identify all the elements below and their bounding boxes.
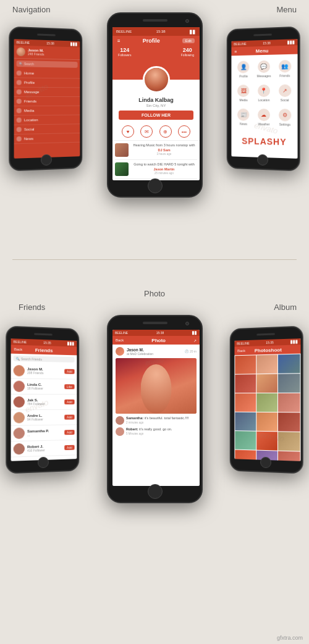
friend-add-btn-3[interactable]: Add xyxy=(64,399,74,404)
album-thumb-3[interactable] xyxy=(278,354,300,374)
nav-item-message[interactable]: Message xyxy=(14,88,80,97)
feed-content-1: Hearing Music from 3 hours nonstop with … xyxy=(131,143,197,156)
menu-item-profile[interactable]: 👤 Profile xyxy=(234,57,253,81)
profile-hamburger-icon: ≡ xyxy=(117,38,121,44)
feed-thumb-1 xyxy=(115,143,129,157)
phone-album-home-btn[interactable] xyxy=(260,457,271,469)
phone-profile-home-btn[interactable] xyxy=(148,178,163,193)
menu-item-media-label: Media xyxy=(239,98,247,102)
menu-item-settings[interactable]: ⚙ Settings xyxy=(274,106,295,130)
profile-time: 15:38 xyxy=(156,30,166,33)
friend-add-btn-5[interactable]: Add xyxy=(64,430,74,435)
friends-back-button[interactable]: Back xyxy=(14,348,23,351)
messages-menu-icon: 💬 xyxy=(258,61,270,73)
album-thumb-2[interactable] xyxy=(256,355,277,374)
clock-icon: 🕐 xyxy=(185,349,188,353)
album-thumb-6[interactable] xyxy=(278,374,300,393)
nav-item-media-label: Media xyxy=(24,109,35,112)
photo-user-row: Jason M. at MoD Celebration 🕐 20 m xyxy=(112,345,200,358)
message-button[interactable]: ✉ xyxy=(140,125,153,138)
phone-friends-home-btn[interactable] xyxy=(38,457,49,469)
web-button[interactable]: ⊕ xyxy=(159,125,172,138)
friend-item-4[interactable]: Andre L. 94 Follower Add xyxy=(11,410,77,426)
comment-text-1: Samantha: it's beautiful. total fantasti… xyxy=(126,416,189,421)
album-thumb-12[interactable] xyxy=(278,412,300,432)
profile-edit-button[interactable]: Edit xyxy=(182,38,195,43)
phone-nav-home-btn[interactable] xyxy=(41,154,52,166)
friends-time: 15:35 xyxy=(43,341,51,345)
nav-item-media[interactable]: Media xyxy=(14,106,80,116)
album-thumb-8[interactable] xyxy=(256,393,277,412)
profile-name: Linda Kalbag xyxy=(112,97,200,103)
phone-photo-home-btn[interactable] xyxy=(148,484,163,499)
album-thumb-10[interactable] xyxy=(235,412,256,431)
phone-menu-speaker xyxy=(253,33,272,36)
photo-phone: BEELINE 15:38 ▊▊ Back Photo ↗ Jason M. a… xyxy=(107,315,203,503)
nav-item-news[interactable]: News xyxy=(14,133,80,144)
phone-profile-speaker xyxy=(143,19,167,22)
album-thumb-1[interactable] xyxy=(235,355,256,374)
friends-screen: BEELINE 15:35 ▊▊▊ Back Friends 🔍 Search … xyxy=(11,338,77,461)
album-thumb-5[interactable] xyxy=(256,374,277,393)
menu-carrier: BEELINE xyxy=(234,42,246,46)
comment-avatar-2 xyxy=(116,427,124,436)
menu-item-media[interactable]: 🖼 Media xyxy=(234,82,253,105)
menu-item-friends-label: Friends xyxy=(279,73,290,77)
friend-info-1: Jason M. 208 Friends xyxy=(27,367,64,375)
friends-phone: BEELINE 15:35 ▊▊▊ Back Friends 🔍 Search … xyxy=(6,325,79,474)
friend-add-btn-2[interactable]: Like xyxy=(64,384,75,389)
like-button[interactable]: ♥ xyxy=(122,125,134,138)
phone-menu-home-btn[interactable] xyxy=(257,154,268,166)
menu-item-friends[interactable]: 👥 Friends xyxy=(274,57,295,81)
more-button[interactable]: ••• xyxy=(178,125,190,138)
album-thumb-4[interactable] xyxy=(235,374,256,393)
profile-signal: ▊▊ xyxy=(190,30,196,34)
menu-item-news[interactable]: 📰 News xyxy=(234,106,253,129)
friend-item-6[interactable]: Robert J. 410 Follower Add xyxy=(11,440,77,458)
profile-phone: BEELINE 15:38 ▊▊ ≡ Profile Edit 124 Foll… xyxy=(107,12,203,198)
menu-item-social[interactable]: ↗ Social xyxy=(274,81,295,105)
menu-item-messages[interactable]: 💬 Messages xyxy=(254,57,274,82)
comment-1: Samantha: it's beautiful. total fantasti… xyxy=(116,416,197,425)
friends-search-icon: 🔍 xyxy=(16,356,20,360)
photo-share-button[interactable]: ↗ xyxy=(193,338,197,343)
menu-item-news-label: News xyxy=(240,122,247,126)
menu-item-settings-label: Settings xyxy=(279,122,290,126)
nav-item-location[interactable]: Location xyxy=(14,115,80,125)
album-thumb-18[interactable] xyxy=(278,451,300,461)
friends-title: Friends xyxy=(35,347,53,353)
follow-button[interactable]: FOLLOW HER xyxy=(119,111,193,120)
friend-add-btn-6[interactable]: Add xyxy=(64,445,74,450)
friends-signal: ▊▊▊ xyxy=(67,341,75,345)
nav-item-profile[interactable]: Profile xyxy=(14,78,80,88)
nav-item-social-label: Social xyxy=(24,127,35,131)
menu-item-weather-label: Weather xyxy=(258,122,270,126)
album-thumb-9[interactable] xyxy=(278,393,300,412)
news-menu-icon: 📰 xyxy=(237,109,249,121)
album-thumb-15[interactable] xyxy=(278,432,300,451)
photo-user-avatar xyxy=(116,347,124,356)
friend-add-btn-1[interactable]: Add xyxy=(64,369,74,374)
friend-item-3[interactable]: Jak S. 784 Follower Add xyxy=(11,395,77,410)
album-thumb-7[interactable] xyxy=(235,393,256,412)
album-thumb-11[interactable] xyxy=(256,412,277,431)
friend-avatar-2 xyxy=(14,380,25,391)
friend-item-1[interactable]: Jason M. 208 Friends Add xyxy=(11,363,77,380)
nav-item-home[interactable]: Home xyxy=(14,69,80,79)
friend-item-5[interactable]: Samantha P. ... Add xyxy=(11,425,77,441)
album-back-button[interactable]: Back xyxy=(237,349,245,353)
nav-user-sub: 248 Friends xyxy=(28,52,44,56)
friends-search-bar[interactable]: 🔍 Search Friends xyxy=(14,356,75,362)
friend-item-2[interactable]: Linda C. 18 Follower Like xyxy=(11,378,77,395)
nav-item-friends[interactable]: Friends xyxy=(14,97,80,106)
menu-item-location[interactable]: 📍 Location xyxy=(254,82,274,105)
friend-info-6: Robert J. 410 Follower xyxy=(27,444,64,453)
photo-main-image[interactable] xyxy=(116,358,197,414)
photo-back-button[interactable]: Back xyxy=(116,338,124,342)
album-thumb-13[interactable] xyxy=(235,431,256,450)
comment-time-1: 2 minutes ago xyxy=(126,421,189,424)
album-thumb-14[interactable] xyxy=(256,432,277,451)
menu-item-weather[interactable]: ☁ Weather xyxy=(254,106,274,129)
friend-add-btn-4[interactable]: Add xyxy=(64,415,74,420)
album-thumb-16[interactable] xyxy=(235,450,256,461)
